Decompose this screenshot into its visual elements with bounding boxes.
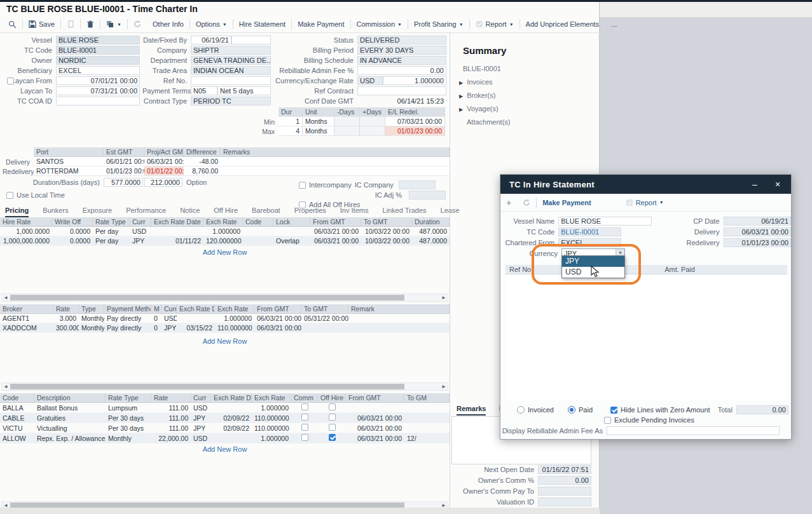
rebillable-admin-fee-field[interactable]: 0.00 [357, 66, 446, 75]
tab-performance[interactable]: Performance [126, 206, 166, 217]
tab-properties[interactable]: Properties [294, 206, 326, 217]
exclude-pending-checkbox[interactable] [604, 417, 611, 424]
contract-type-field[interactable]: PERIOD TC [191, 97, 271, 105]
off-hire-checkbox[interactable] [329, 434, 336, 441]
invoiced-radio[interactable] [517, 406, 525, 414]
summary-item-voyages[interactable]: ▶Voyage(s) [459, 105, 499, 112]
off-hire-checkbox[interactable] [329, 424, 336, 431]
comm-checkbox[interactable] [301, 424, 308, 431]
dropdown-option-usd[interactable]: USD [562, 267, 624, 278]
profit-sharing-button[interactable]: Profit Sharing▼ [408, 18, 469, 30]
owners-comm-field[interactable]: 0.00 [538, 476, 591, 485]
scrollbar-thumb[interactable] [10, 295, 404, 301]
dialog-titlebar[interactable]: TC In Hire Statement – × [500, 175, 791, 194]
close-button[interactable]: × [767, 175, 788, 194]
chartered-from-field[interactable]: EXCEL [558, 238, 621, 247]
tab-pricing[interactable]: Pricing [5, 206, 29, 217]
trade-area-field[interactable]: INDIAN OCEAN [191, 66, 271, 75]
status-field[interactable]: DELIVERED [357, 36, 446, 44]
tc-coa-id-field[interactable] [56, 97, 140, 105]
billing-schedule-field[interactable]: IN ADVANCE [357, 56, 446, 65]
ic-company-field[interactable] [399, 180, 436, 189]
copy-button[interactable] [61, 18, 80, 30]
refresh-button[interactable] [517, 197, 536, 208]
tc-code-field[interactable]: BLUE-I0001 [558, 227, 621, 236]
report-button[interactable]: Report▼ [470, 18, 520, 30]
save-button[interactable]: Save [23, 18, 60, 30]
delete-button[interactable] [81, 18, 100, 30]
company-field[interactable]: SHIPTR [191, 46, 271, 55]
minimize-button[interactable]: – [744, 175, 766, 194]
commission-button[interactable]: Commission▼ [351, 18, 408, 30]
add-invoice-button[interactable]: + [500, 197, 517, 208]
options-button[interactable]: Options▼ [190, 18, 233, 30]
next-open-date-field[interactable]: 01/16/22 07:51 [538, 465, 591, 474]
currency-field[interactable]: USD [357, 76, 383, 85]
scroll-left-icon[interactable]: ◄ [3, 383, 8, 391]
vessel-name-field[interactable]: BLUE ROSE [558, 217, 652, 226]
ic-adj-field[interactable] [409, 191, 446, 200]
scroll-left-icon[interactable]: ◄ [3, 294, 8, 302]
redelivery-proj-value[interactable]: 01/01/22 00:00 [144, 166, 184, 176]
off-hire-checkbox[interactable] [329, 414, 336, 421]
tab-notice[interactable]: Notice [180, 206, 200, 217]
cp-date-field[interactable]: 06/19/21 [724, 217, 791, 226]
comm-checkbox[interactable] [301, 414, 308, 421]
laycan-from-field[interactable]: 07/01/21 00:00 [56, 76, 140, 85]
owners-comm-pay-to-field[interactable] [538, 487, 591, 496]
fixed-by-field[interactable] [231, 36, 271, 44]
invoice-grid-body[interactable] [506, 274, 787, 400]
max-el-redel-value[interactable]: 01/01/23 00:00 [385, 126, 445, 136]
summary-item-attachments[interactable]: Attachment(s) [467, 118, 510, 126]
owner-field[interactable]: NORDIC [56, 56, 140, 65]
vessel-field[interactable]: BLUE ROSE [56, 36, 140, 44]
pricing-add-new-row-link[interactable]: Add New Row [0, 248, 450, 256]
exchange-rate-field[interactable]: 1.000000 [383, 76, 446, 85]
redelivery-field[interactable]: 01/01/23 00:00 [724, 238, 791, 247]
horizontal-scrollbar[interactable]: ◄ ► [1, 382, 448, 391]
delivery-field[interactable]: 06/03/21 00:00 [724, 227, 791, 236]
paid-radio[interactable] [568, 406, 575, 414]
laycan-to-field[interactable]: 07/31/21 00:00 [56, 86, 140, 95]
scrollbar-thumb[interactable] [10, 384, 404, 389]
tab-exposure[interactable]: Exposure [83, 206, 112, 217]
tab-inv-items[interactable]: Inv Items [340, 206, 369, 217]
department-field[interactable]: GENEVA TRADING DE... [191, 56, 271, 65]
tab-linked-trades[interactable]: Linked Trades [382, 206, 426, 217]
hide-zero-checkbox[interactable] [610, 407, 617, 414]
valuation-id-field[interactable] [538, 497, 591, 506]
scroll-right-icon[interactable]: ► [441, 383, 446, 391]
make-payment-button[interactable]: Make Payment [537, 197, 596, 208]
report-button[interactable]: Report▼ [620, 197, 670, 208]
comm-checkbox[interactable] [301, 434, 308, 441]
comm-checkbox[interactable] [301, 403, 308, 410]
horizontal-scrollbar[interactable]: ◄ ► [1, 294, 448, 302]
payment-terms-desc-field[interactable]: Net 5 days [217, 86, 271, 95]
intercompany-checkbox[interactable] [299, 182, 306, 189]
ref-contract-field[interactable] [357, 86, 446, 95]
duplicate-menu-button[interactable]: ▼ [100, 18, 127, 30]
tc-code-field[interactable]: BLUE-I0001 [56, 46, 140, 55]
tab-remarks[interactable]: Remarks [457, 405, 486, 416]
date-fixed-field[interactable]: 06/19/21 [191, 36, 231, 44]
laycan-checkbox[interactable] [7, 78, 14, 85]
off-hire-checkbox[interactable] [329, 403, 336, 410]
search-button[interactable] [3, 18, 22, 30]
tab-off-hire[interactable]: Off Hire [214, 206, 238, 217]
summary-contract-code[interactable]: BLUE-I0001 [463, 65, 501, 72]
beneficiary-field[interactable]: EXCEL [56, 66, 140, 75]
other-info-button[interactable]: Other Info [147, 18, 189, 30]
make-payment-button[interactable]: Make Payment [292, 18, 350, 30]
summary-item-brokers[interactable]: ▶Broker(s) [459, 91, 495, 99]
billing-period-field[interactable]: EVERY 30 DAYS [357, 46, 446, 55]
payment-terms-code-field[interactable]: N05 [191, 86, 217, 95]
brokers-add-new-row-link[interactable]: Add New Row [0, 337, 450, 345]
tab-bareboat[interactable]: Bareboat [252, 206, 280, 217]
more-button[interactable]: ... [605, 18, 623, 30]
refresh-button[interactable] [128, 18, 147, 30]
display-rebillable-fee-field[interactable] [607, 426, 780, 435]
use-local-time-checkbox[interactable] [6, 192, 13, 199]
hire-statement-button[interactable]: Hire Statement [233, 18, 291, 30]
codes-add-new-row-link[interactable]: Add New Row [0, 445, 450, 453]
ref-no-field[interactable] [191, 76, 271, 85]
